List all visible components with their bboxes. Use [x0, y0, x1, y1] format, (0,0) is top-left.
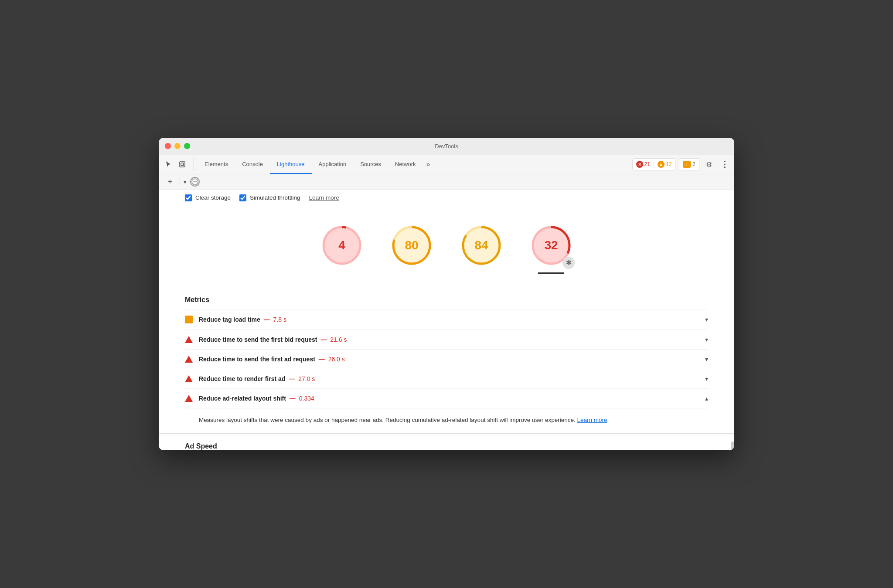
metric-row-5[interactable]: Reduce ad-related layout shift — 0.334 ▴	[185, 388, 708, 408]
chevron-down-icon-4: ▾	[705, 375, 708, 382]
score-circle-1: 4	[320, 224, 364, 274]
tab-console[interactable]: Console	[235, 155, 270, 174]
settings-button[interactable]: ⚙	[703, 158, 715, 170]
minimize-button[interactable]	[174, 143, 181, 149]
devtools-window: DevTools Elements Console	[159, 138, 734, 451]
window-title: DevTools	[435, 143, 458, 150]
layers-icon[interactable]	[176, 158, 188, 170]
score-circle-4: 32 ✱	[529, 224, 573, 274]
clear-storage-checkbox[interactable]	[185, 194, 192, 201]
metric-label-4: Reduce time to render first ad — 27.0 s	[199, 375, 698, 382]
ad-speed-section: Ad Speed	[159, 433, 734, 450]
badge-divider	[654, 161, 654, 168]
ad-speed-title: Ad Speed	[185, 442, 708, 450]
metric-5-learn-more[interactable]: Learn more	[577, 417, 607, 423]
error-badge: ✕ 21	[636, 161, 650, 168]
chevron-down-icon-1: ▾	[705, 316, 708, 323]
scrollbar[interactable]	[731, 442, 734, 451]
metric-row-1[interactable]: Reduce tag load time — 7.8 s ▾	[185, 309, 708, 330]
tab-lighthouse[interactable]: Lighthouse	[270, 155, 312, 174]
metric-5-expanded: Measures layout shifts that were caused …	[185, 408, 708, 434]
metric-row-3[interactable]: Reduce time to send the first ad request…	[185, 349, 708, 369]
score-value-3: 84	[474, 238, 488, 252]
metric-icon-5	[185, 395, 193, 402]
learn-more-link[interactable]: Learn more	[309, 194, 339, 201]
chevron-down-icon-2: ▾	[705, 336, 708, 343]
scores-section: 4 80	[159, 206, 734, 287]
tabbar-tools	[162, 158, 194, 170]
score-value-2: 80	[405, 238, 418, 252]
metric-icon-1	[185, 316, 193, 323]
metric-icon-2	[185, 336, 193, 343]
simulated-throttling-option[interactable]: Simulated throttling	[239, 194, 300, 201]
tab-elements[interactable]: Elements	[198, 155, 235, 174]
no-entry-icon[interactable]	[190, 177, 200, 187]
warning-badge: ▲ 12	[658, 161, 671, 168]
metric-label-3: Reduce time to send the first ad request…	[199, 356, 698, 363]
toolbar-divider	[180, 177, 180, 186]
window-controls	[165, 143, 190, 149]
tab-application[interactable]: Application	[312, 155, 354, 174]
clear-storage-option[interactable]: Clear storage	[185, 194, 231, 201]
titlebar: DevTools	[159, 138, 734, 155]
main-content: 4 80	[159, 206, 734, 451]
score-value-4: 32	[544, 238, 558, 252]
tab-sources[interactable]: Sources	[353, 155, 388, 174]
score-circle-3: 84	[460, 224, 503, 274]
simulated-throttling-checkbox[interactable]	[239, 194, 246, 201]
tabbar-right: ✕ 21 ▲ 12 i 2 ⚙ ⋮	[632, 158, 731, 170]
add-button[interactable]: +	[164, 176, 176, 188]
chevron-down-icon-3: ▾	[705, 356, 708, 363]
score-gauge-2: 80	[390, 224, 433, 267]
active-score-indicator	[538, 272, 564, 274]
tab-network[interactable]: Network	[388, 155, 423, 174]
dropdown-button[interactable]: ▾	[184, 179, 187, 185]
error-warning-badge-group[interactable]: ✕ 21 ▲ 12	[632, 158, 676, 170]
more-tabs-button[interactable]: »	[423, 159, 434, 170]
more-options-button[interactable]: ⋮	[719, 158, 731, 170]
chevron-down-icon: ▾	[184, 179, 187, 185]
toolbar: + ▾	[159, 174, 734, 190]
svg-rect-1	[181, 163, 184, 166]
metric-label-5: Reduce ad-related layout shift — 0.334	[199, 395, 698, 402]
score-circle-2: 80	[390, 224, 433, 274]
info-icon: i	[683, 161, 691, 168]
cursor-icon[interactable]	[162, 158, 174, 170]
metric-icon-4	[185, 375, 193, 382]
plugin-badge: ✱	[562, 257, 575, 269]
metric-5-description: Measures layout shifts that were caused …	[199, 408, 708, 425]
score-gauge-3: 84	[460, 224, 503, 267]
chevron-up-icon-5: ▴	[705, 395, 708, 402]
error-icon: ✕	[636, 161, 643, 168]
score-value-1: 4	[338, 238, 345, 252]
metrics-title: Metrics	[185, 287, 708, 309]
score-gauge-1: 4	[320, 224, 364, 267]
metric-icon-3	[185, 356, 193, 363]
info-badge[interactable]: i 2	[679, 158, 699, 170]
close-button[interactable]	[165, 143, 171, 149]
score-gauge-4: 32 ✱	[529, 224, 573, 267]
options-bar: Clear storage Simulated throttling Learn…	[159, 190, 734, 206]
svg-rect-0	[180, 162, 185, 167]
warning-icon: ▲	[658, 161, 665, 168]
tabbar: Elements Console Lighthouse Application …	[159, 155, 734, 174]
metric-label-2: Reduce time to send the first bid reques…	[199, 336, 698, 343]
maximize-button[interactable]	[184, 143, 190, 149]
metrics-section: Metrics Reduce tag load time — 7.8 s ▾ R…	[159, 287, 734, 434]
tabs: Elements Console Lighthouse Application …	[198, 155, 632, 174]
metric-label-1: Reduce tag load time — 7.8 s	[199, 316, 698, 323]
metric-row-2[interactable]: Reduce time to send the first bid reques…	[185, 330, 708, 349]
metric-row-4[interactable]: Reduce time to render first ad — 27.0 s …	[185, 369, 708, 388]
